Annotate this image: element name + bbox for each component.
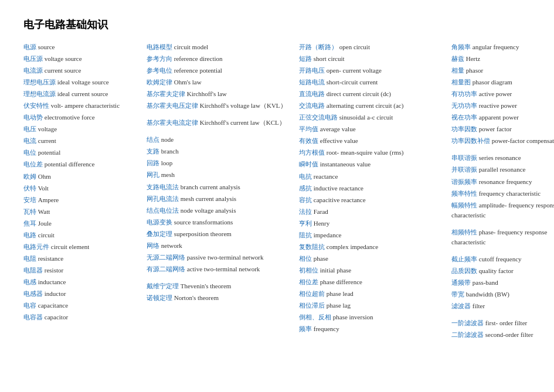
term-item: 谐振频率 resonance frequency (451, 177, 554, 187)
term-chinese: 基尔霍夫电压定律 (147, 102, 200, 109)
term-english: Kirchhoff's voltage law（KVL） (200, 102, 287, 109)
term-chinese: 网络 (147, 242, 161, 249)
term-chinese: 阻抗 (299, 231, 314, 238)
term-chinese: 网孔电流法 (147, 195, 181, 202)
term-english: root- mean-squire value (rms) (327, 149, 404, 156)
term-item: 欧姆定律 Ohm's law (147, 77, 293, 87)
term-english: parallel resonance (479, 166, 526, 173)
term-english: reactance (314, 173, 338, 180)
term-chinese: 电流 (23, 137, 38, 144)
term-chinese: 戴维宁定理 (147, 282, 181, 289)
spacer (451, 222, 554, 226)
term-english: Ohm's law (174, 79, 202, 86)
term-english: network (161, 242, 182, 249)
term-english: reference potential (174, 67, 222, 74)
term-chinese: 法拉 (299, 208, 314, 215)
term-chinese: 参考电位 (147, 67, 174, 74)
term-chinese: 亨利 (299, 220, 314, 227)
term-item: 并联谐振 parallel resonance (451, 165, 554, 175)
term-chinese: 直流电路 (299, 90, 327, 97)
term-chinese: 容抗 (299, 196, 314, 203)
term-chinese: 电抗 (299, 173, 314, 180)
term-item: 电感 inductance (23, 277, 141, 287)
term-item: 无源二端网络 passive two-terminal network (147, 253, 293, 263)
term-item: 相位滞后 phase lag (299, 301, 446, 311)
term-english: phase lead (327, 290, 354, 297)
term-chinese: 短路电流 (299, 79, 327, 86)
term-item: 基尔霍夫定律 Kirchhoff's law (147, 89, 293, 99)
term-item: 瞬时值 instantaneous value (299, 159, 446, 169)
term-item: 赫兹 Hertz (451, 54, 554, 64)
term-english: Hertz (466, 55, 480, 62)
term-item: 滤波器 filter (451, 301, 554, 311)
term-english: power factor (479, 125, 512, 132)
term-chinese: 相位滞后 (299, 302, 327, 309)
term-english: potential (38, 149, 61, 156)
term-chinese: 感抗 (299, 185, 314, 192)
term-item: 叠加定理 superposition theorem (147, 229, 293, 239)
term-english: alternating current circuit (ac) (327, 102, 404, 109)
term-english: phase lag (327, 302, 351, 309)
term-item: 有源二端网络 active two-terminal network (147, 264, 293, 274)
term-item: 无功功率 reactive power (451, 101, 554, 111)
term-item: 亨利 Henry (299, 219, 446, 229)
term-item: 开路电压 open- current voltage (299, 66, 446, 76)
column-2: 电路模型 circuit model参考方向 reference directi… (147, 42, 293, 340)
term-item: 电压源 voltage source (23, 54, 141, 64)
term-chinese: 复数阻抗 (299, 243, 327, 250)
term-item: 视在功率 apparent power (451, 113, 554, 122)
term-chinese: 有功功率 (451, 90, 479, 97)
term-item: 功率因数补偿 power-factor compensation (451, 136, 554, 146)
term-item: 安培 Ampere (23, 195, 141, 205)
term-item: 电路元件 circuit element (23, 242, 141, 252)
term-english: phase difference (320, 278, 362, 285)
term-english: phasor (466, 67, 483, 74)
term-english: Farad (314, 208, 328, 215)
term-english: circuit model (174, 43, 208, 50)
term-chinese: 平均值 (299, 125, 320, 132)
term-english: open circuit (339, 43, 370, 50)
term-chinese: 串联谐振 (451, 154, 479, 161)
term-chinese: 电源 (23, 43, 38, 50)
term-chinese: 通频带 (451, 279, 473, 286)
term-english: phasor diagram (473, 79, 512, 86)
term-english: power-factor compensation (492, 137, 554, 144)
term-english: short circuit (314, 55, 345, 62)
term-item: 感抗 inductive reactance (299, 183, 446, 193)
term-english: cutoff frequency (479, 255, 522, 263)
term-english: mesh (161, 171, 175, 178)
term-item: 电位 potential (23, 148, 141, 158)
term-item: 功率因数 power factor (451, 124, 554, 134)
term-item: 网络 network (147, 241, 293, 251)
term-english: average value (320, 125, 356, 132)
term-english: Ampere (38, 196, 59, 203)
term-english: branch current analysis (181, 183, 240, 190)
term-english: apparent power (479, 114, 519, 121)
term-item: 电容器 capacitor (23, 312, 141, 322)
term-chinese: 电阻 (23, 255, 38, 262)
term-english: circuit (38, 231, 55, 238)
term-chinese: 电路 (23, 231, 38, 238)
term-english: capacitance (38, 302, 68, 309)
term-item: 电位差 potential difference (23, 159, 141, 169)
term-chinese: 频率特性 (451, 190, 479, 197)
term-chinese: 电位 (23, 149, 38, 156)
term-english: Henry (314, 220, 330, 227)
term-item: 均方根值 root- mean-squire value (rms) (299, 148, 446, 158)
term-item: 电源变换 source transformations (147, 217, 293, 227)
term-item: 电路 circuit (23, 230, 141, 240)
term-chinese: 开路电压 (299, 67, 327, 74)
term-item: 开路（断路） open circuit (299, 42, 446, 52)
term-english: passive two-terminal network (187, 254, 264, 261)
term-chinese: 谐振频率 (451, 178, 479, 185)
term-chinese: 功率因数 (451, 125, 479, 132)
term-english: potential difference (45, 161, 95, 168)
term-english: current source (45, 67, 81, 74)
term-item: 诺顿定理 Norton's theorem (147, 293, 293, 303)
term-english: inductor (45, 290, 66, 297)
content-grid: 电源 source电压源 voltage source电流源 current s… (23, 42, 531, 340)
term-english: ideal voltage source (57, 79, 109, 86)
term-chinese: 相量图 (451, 79, 473, 86)
term-item: 法拉 Farad (299, 207, 446, 217)
term-chinese: 回路 (147, 159, 161, 166)
